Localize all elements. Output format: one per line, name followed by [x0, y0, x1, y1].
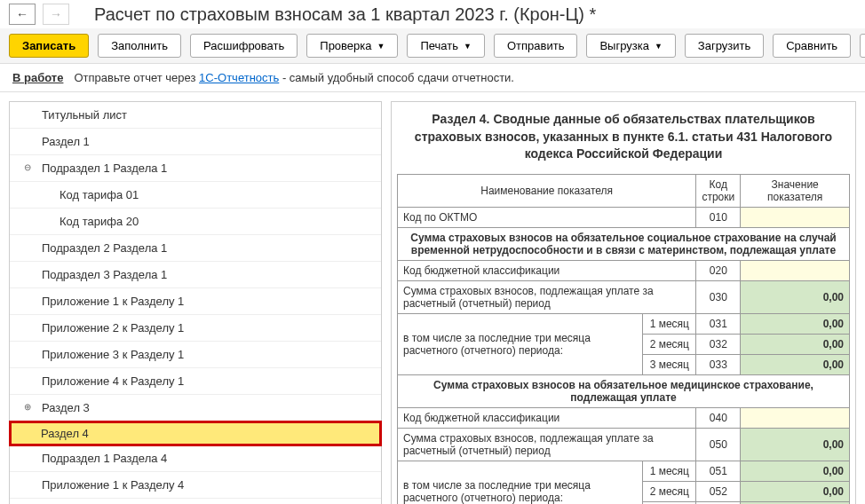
tree-item-label: Раздел 4 — [41, 427, 89, 440]
tree-item-label: Подраздел 2 Раздела 1 — [42, 241, 167, 255]
chevron-down-icon: ▼ — [377, 42, 385, 51]
oktmo-code: 010 — [696, 207, 741, 227]
m1-value[interactable]: 0,00 — [741, 313, 850, 334]
main-panel: Раздел 4. Сводные данные об обязательств… — [391, 101, 856, 504]
kbk1-value[interactable] — [741, 260, 850, 280]
expand-icon[interactable]: ⊖ — [24, 162, 31, 172]
tree-item-label: Раздел 3 — [42, 401, 90, 414]
chevron-down-icon: ▼ — [464, 42, 472, 51]
tree-item-14[interactable]: Приложение 1 к Разделу 4 — [10, 472, 381, 499]
tree-item-5[interactable]: Подраздел 2 Раздела 1 — [10, 235, 381, 262]
tree-item-10[interactable]: Приложение 4 к Разделу 1 — [10, 368, 381, 395]
tree-item-label: Приложение 2 к Разделу 1 — [42, 321, 184, 335]
kbk2-value[interactable] — [741, 407, 850, 428]
subheader-1: Сумма страховых взносов на обязательное … — [398, 227, 850, 260]
tree-item-label: Приложение 1 к Разделу 1 — [42, 295, 184, 308]
print-button[interactable]: Печать▼ — [407, 34, 485, 58]
send-button[interactable]: Отправить — [494, 34, 577, 58]
check-button[interactable]: Проверка▼ — [306, 34, 398, 58]
tree-item-label: Подраздел 3 Раздела 1 — [42, 268, 167, 281]
m4-value[interactable]: 0,00 — [741, 461, 850, 481]
report-table: Наименование показателя Код строки Значе… — [397, 174, 850, 504]
tree-item-label: Код тарифа 01 — [60, 188, 139, 201]
status-hint: Отправьте отчет через 1С-Отчетность - са… — [74, 71, 514, 84]
save-button[interactable]: Записать — [9, 34, 89, 58]
tree-item-13[interactable]: Подраздел 1 Раздела 4 — [10, 445, 381, 472]
tree-item-label: Приложение 1 к Разделу 4 — [42, 478, 184, 492]
tree-item-9[interactable]: Приложение 3 к Разделу 1 — [10, 342, 381, 368]
tree-item-12[interactable]: Раздел 4 — [9, 421, 382, 446]
months2-label: в том числе за последние три месяца расч… — [398, 461, 643, 504]
kbk1-label: Код бюджетной классификации — [398, 260, 696, 280]
tree-item-0[interactable]: Титульный лист — [10, 102, 381, 129]
kbk2-label: Код бюджетной классификации — [398, 407, 696, 428]
import-button[interactable]: Загрузить — [685, 34, 764, 58]
subheader-2: Сумма страховых взносов на обязательное … — [398, 374, 850, 407]
sum2-label: Сумма страховых взносов, подлежащая упла… — [398, 428, 696, 461]
decode-button[interactable]: Расшифровать — [190, 34, 298, 58]
tree-item-4[interactable]: Код тарифа 20 — [10, 209, 381, 235]
sum2-value[interactable]: 0,00 — [741, 428, 850, 461]
header-value: Значение показателя — [741, 174, 850, 207]
sum1-label: Сумма страховых взносов, подлежащая упла… — [398, 280, 696, 313]
tree-item-3[interactable]: Код тарифа 01 — [10, 182, 381, 209]
m2-value[interactable]: 0,00 — [741, 334, 850, 354]
tree-item-label: Подраздел 1 Раздела 1 — [42, 161, 167, 175]
compare-button[interactable]: Сравнить — [773, 34, 851, 58]
oktmo-value[interactable] — [741, 207, 850, 227]
header-code: Код строки — [696, 174, 741, 207]
forward-button[interactable]: → — [43, 4, 69, 25]
chevron-down-icon: ▼ — [655, 42, 663, 51]
tree-item-6[interactable]: Подраздел 3 Раздела 1 — [10, 262, 381, 288]
status-label[interactable]: В работе — [12, 71, 63, 84]
statusbar: В работе Отправьте отчет через 1С-Отчетн… — [0, 64, 865, 92]
m5-value[interactable]: 0,00 — [741, 481, 850, 501]
tree-item-1[interactable]: Раздел 1 — [10, 129, 381, 155]
export-button[interactable]: Выгрузка▼ — [586, 34, 675, 58]
header-name: Наименование показателя — [398, 174, 696, 207]
section-tree: Титульный листРаздел 1⊖Подраздел 1 Разде… — [9, 101, 382, 504]
toolbar: Записать Заполнить Расшифровать Проверка… — [0, 28, 865, 64]
tree-item-label: Раздел 1 — [42, 135, 90, 148]
tree-item-label: Титульный лист — [42, 108, 127, 122]
fill-button[interactable]: Заполнить — [98, 34, 181, 58]
tree-item-label: Код тарифа 20 — [60, 215, 139, 228]
expand-icon[interactable]: ⊕ — [24, 402, 31, 412]
tree-item-2[interactable]: ⊖Подраздел 1 Раздела 1 — [10, 155, 381, 182]
oktmo-label: Код по ОКТМО — [398, 207, 696, 227]
page-title: Расчет по страховым взносам за 1 квартал… — [94, 4, 596, 25]
section-title: Раздел 4. Сводные данные об обязательств… — [397, 107, 850, 174]
back-button[interactable]: ← — [9, 4, 36, 25]
registry-button[interactable]: Реестр — [860, 34, 865, 58]
months1-label: в том числе за последние три месяца расч… — [398, 313, 643, 374]
tree-item-8[interactable]: Приложение 2 к Разделу 1 — [10, 315, 381, 342]
tree-item-label: Подраздел 1 Раздела 4 — [42, 452, 167, 465]
1c-link[interactable]: 1С-Отчетность — [199, 71, 279, 84]
tree-item-7[interactable]: Приложение 1 к Разделу 1 — [10, 288, 381, 315]
tree-item-label: Приложение 4 к Разделу 1 — [42, 374, 184, 388]
tree-item-11[interactable]: ⊕Раздел 3 — [10, 395, 381, 421]
tree-item-label: Приложение 3 к Разделу 1 — [42, 348, 184, 361]
sum1-value[interactable]: 0,00 — [741, 280, 850, 313]
m3-value[interactable]: 0,00 — [741, 354, 850, 374]
